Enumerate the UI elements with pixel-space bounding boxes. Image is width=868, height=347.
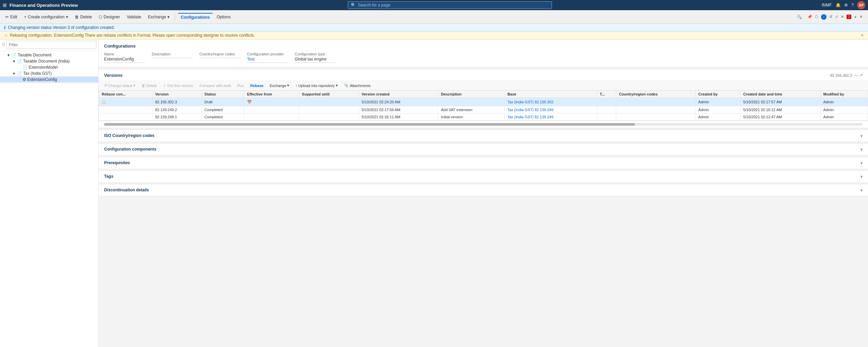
table-cell: Admin (820, 98, 868, 106)
table-cell (616, 106, 695, 114)
designer-button[interactable]: ⬡ Designer (96, 13, 122, 21)
refresh-icon[interactable]: ↺ (829, 15, 832, 19)
base-link[interactable]: 82.139.249 (535, 115, 553, 119)
ribbon: ✏ Edit + Create configuration ▾ 🗑 Delete… (0, 10, 868, 24)
col-version-created[interactable]: Version created (359, 91, 438, 98)
collapsible-header-4[interactable]: Discontinuation details ∨ (99, 184, 868, 196)
top-bar: ⊞ Finance and Operations Preview 🔍 INMF … (0, 0, 868, 10)
help-icon[interactable]: ? (851, 3, 854, 7)
toggle-1[interactable]: ▼ (12, 59, 17, 63)
collapsible-header-0[interactable]: ISO Country/region codes ∨ (99, 130, 868, 142)
table-cell[interactable]: ⚠ (99, 98, 152, 106)
field-config-provider: Configuration provider Test (247, 52, 288, 63)
col-status[interactable]: Status (201, 91, 244, 98)
bell-icon[interactable]: 🔔 (836, 3, 841, 7)
run-button[interactable]: Run (234, 83, 247, 89)
rebase-button[interactable]: Rebase (247, 83, 266, 89)
search-icon: 🔍 (351, 3, 356, 7)
configurations-tab[interactable]: Configurations (178, 13, 212, 21)
attachments-button[interactable]: 📎 Attachments (341, 82, 373, 89)
compare-with-draft-button[interactable]: Compare with draft (197, 83, 234, 89)
toggle-3[interactable]: ▼ (12, 72, 17, 75)
options-tab[interactable]: Options (214, 13, 233, 21)
table-row[interactable]: 82.139.249.2Completed5/10/2021 02:17:56 … (99, 106, 868, 114)
base-link[interactable]: Tax (India GST) (507, 108, 534, 112)
table-cell (438, 98, 505, 106)
attachment-icon: 📎 (344, 83, 349, 88)
exchange-version-button[interactable]: Exchange ▾ (267, 82, 292, 89)
col-base[interactable]: Base (505, 91, 597, 98)
h-scrollbar[interactable] (99, 121, 868, 128)
filter-icon[interactable]: ▽ (2, 42, 5, 47)
col-country-region[interactable]: Country/region codes (616, 91, 695, 98)
close-warning-icon[interactable]: ✕ (861, 33, 864, 38)
chevron-icon-0: ∨ (860, 134, 863, 138)
base-link[interactable]: Tax (India GST) (507, 115, 534, 119)
table-row[interactable]: 82.139.249.1Completed5/10/2021 02:16:11 … (99, 114, 868, 121)
toggle-0[interactable]: ▼ (7, 53, 12, 57)
create-config-button[interactable]: + Create configuration ▾ (21, 13, 71, 21)
close-icon[interactable]: ✕ (841, 15, 844, 19)
pop-out-icon[interactable]: ⬡ (815, 15, 818, 19)
table-cell[interactable]: 82.156.302.3 (152, 98, 201, 106)
col-modified-by[interactable]: Modified by (820, 91, 868, 98)
info-icon-blue: ℹ (4, 25, 6, 30)
col-version[interactable]: Version (152, 91, 201, 98)
tree-item-extension-config[interactable]: ⚙ ExtensionConfig (0, 76, 98, 83)
versions-title: Versions (104, 73, 122, 78)
app-grid-icon[interactable]: ⊞ (3, 2, 7, 8)
col-created-date[interactable]: Created date and time (740, 91, 820, 98)
collapsible-1: Configuration components ∨ (99, 143, 868, 155)
close-icon-2[interactable]: ✕ (859, 15, 863, 19)
table-cell: Add VAT extension (438, 106, 505, 114)
search-input[interactable] (358, 3, 549, 7)
collapsible-header-2[interactable]: Prerequisites ∨ (99, 157, 868, 169)
search-area: 🔍 (348, 1, 552, 9)
tree-item-tax-india-gst[interactable]: ▼ 📄 Tax (India GST) (0, 70, 98, 76)
calendar-icon[interactable]: 📅 (247, 100, 252, 104)
col-description[interactable]: Description (438, 91, 505, 98)
delete-version-button[interactable]: 🗑 Delete (139, 83, 160, 89)
col-effective-from[interactable]: Effective from (244, 91, 299, 98)
table-cell[interactable] (99, 106, 152, 114)
info-icon[interactable]: i (821, 14, 826, 20)
avatar[interactable]: AP (857, 1, 865, 9)
table-cell[interactable]: Completed (201, 114, 244, 121)
field-name: Name ExtensionConfig (104, 52, 145, 63)
filter-input[interactable] (6, 41, 96, 49)
table-cell (616, 98, 695, 106)
col-supported-until[interactable]: Supported until (299, 91, 359, 98)
change-status-button[interactable]: ↺ Change status ▾ (101, 82, 138, 89)
pin-icon[interactable]: 📌 (807, 15, 812, 19)
expand-icon[interactable]: ⤢ (835, 15, 838, 19)
tree-item-taxable-document-india[interactable]: ▼ 📄 Taxable Document (India) (0, 58, 98, 64)
base-link[interactable]: 82.139.249 (535, 108, 553, 112)
base-link[interactable]: 82.156.302 (535, 100, 553, 104)
tree-item-taxable-document[interactable]: ▼ 📄 Taxable Document (0, 52, 98, 58)
get-this-version-button[interactable]: ✓ Get this version (161, 82, 196, 89)
col-t[interactable]: T... (597, 91, 616, 98)
base-link[interactable]: Tax (India GST) (507, 100, 534, 104)
validate-button[interactable]: Validate (124, 13, 144, 21)
table-cell[interactable]: 82.139.249.1 (152, 114, 201, 121)
ribbon-search-icon[interactable]: 🔍 (796, 13, 803, 21)
settings-icon[interactable]: ⚙ (844, 3, 848, 7)
collapsible-header-3[interactable]: Tags ∨ (99, 171, 868, 183)
versions-expand-icon[interactable]: — ↗ (855, 73, 863, 77)
tree-item-extension-model[interactable]: 📄 ExtensionModel (0, 64, 98, 70)
table-cell[interactable] (99, 114, 152, 121)
col-created-by[interactable]: Created by (695, 91, 740, 98)
collapsible-header-1[interactable]: Configuration components ∨ (99, 143, 868, 155)
table-cell[interactable]: 82.139.249.2 (152, 106, 201, 114)
table-cell[interactable]: Draft (201, 98, 244, 106)
table-row[interactable]: ⚠82.156.302.3Draft📅5/10/2021 02:24:20 AM… (99, 98, 868, 106)
config-title: Configurations (104, 44, 863, 49)
chevron-down-icon[interactable]: ∨ (854, 15, 857, 19)
upload-into-repo-button[interactable]: ↑ Upload into repository ▾ (293, 82, 341, 89)
col-rebase[interactable]: Rebase con... (99, 91, 152, 98)
table-cell[interactable]: Completed (201, 106, 244, 114)
delete-button[interactable]: 🗑 Delete (72, 13, 95, 21)
edit-button[interactable]: ✏ Edit (3, 13, 20, 21)
exchange-button[interactable]: Exchange ▾ (145, 13, 172, 21)
doc-icon-1: 📄 (17, 59, 22, 64)
